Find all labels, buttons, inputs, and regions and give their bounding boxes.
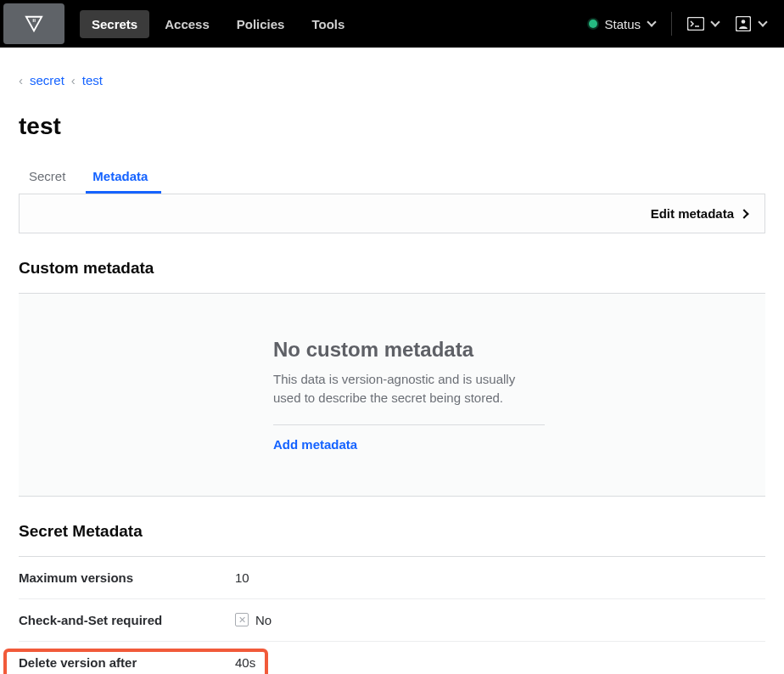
row-value-delete-after: 40s bbox=[235, 655, 255, 670]
edit-metadata-bar: Edit metadata bbox=[19, 194, 765, 233]
status-dot-icon bbox=[589, 20, 597, 28]
row-value-cas-text: No bbox=[255, 613, 272, 627]
chevron-down-icon bbox=[711, 20, 720, 28]
status-dropdown[interactable]: Status bbox=[589, 17, 656, 31]
breadcrumb: ‹ secret ‹ test bbox=[19, 73, 765, 87]
table-row: Check-and-Set required ✕ No bbox=[19, 599, 765, 642]
add-metadata-link[interactable]: Add metadata bbox=[273, 437, 596, 452]
tab-secret[interactable]: Secret bbox=[19, 160, 79, 194]
row-value-cas: ✕ No bbox=[235, 613, 272, 627]
chevron-left-icon: ‹ bbox=[71, 73, 76, 87]
app-logo[interactable] bbox=[3, 3, 64, 44]
nav-secrets[interactable]: Secrets bbox=[80, 10, 149, 38]
table-row: Maximum versions 10 bbox=[19, 557, 765, 599]
tabs: Secret Metadata bbox=[19, 160, 765, 194]
custom-metadata-empty-desc: This data is version-agnostic and is usu… bbox=[273, 370, 545, 407]
chevron-down-icon bbox=[759, 20, 767, 28]
main-content: ‹ secret ‹ test test Secret Metadata Edi… bbox=[0, 48, 784, 674]
terminal-icon bbox=[687, 17, 704, 31]
chevron-down-icon bbox=[647, 20, 656, 28]
svg-rect-4 bbox=[34, 20, 35, 21]
secret-metadata-title: Secret Metadata bbox=[19, 522, 765, 541]
svg-point-8 bbox=[742, 20, 746, 24]
divider bbox=[273, 424, 545, 425]
custom-metadata-box: No custom metadata This data is version-… bbox=[19, 293, 765, 497]
custom-metadata-empty-title: No custom metadata bbox=[273, 338, 596, 362]
row-label-delete-after: Delete version after bbox=[19, 655, 235, 670]
topbar: Secrets Access Policies Tools Status bbox=[0, 0, 784, 48]
status-label: Status bbox=[604, 17, 641, 31]
chevron-right-icon bbox=[741, 210, 749, 218]
user-dropdown[interactable] bbox=[735, 17, 767, 31]
user-icon bbox=[735, 17, 752, 31]
svg-rect-5 bbox=[688, 18, 704, 31]
svg-rect-3 bbox=[33, 20, 34, 21]
x-icon: ✕ bbox=[235, 613, 249, 626]
vault-logo-icon bbox=[25, 14, 43, 33]
page-title: test bbox=[19, 113, 765, 140]
svg-rect-1 bbox=[33, 20, 34, 20]
secret-metadata-table: Maximum versions 10 Check-and-Set requir… bbox=[19, 556, 765, 675]
nav-access[interactable]: Access bbox=[153, 10, 221, 38]
svg-rect-2 bbox=[34, 20, 35, 20]
breadcrumb-test[interactable]: test bbox=[82, 73, 103, 87]
row-value-max-versions: 10 bbox=[235, 570, 249, 585]
table-row: Delete version after 40s bbox=[19, 642, 765, 675]
breadcrumb-secret[interactable]: secret bbox=[30, 73, 64, 87]
divider bbox=[671, 12, 672, 36]
nav-policies[interactable]: Policies bbox=[225, 10, 297, 38]
row-label-max-versions: Maximum versions bbox=[19, 570, 235, 585]
row-label-cas: Check-and-Set required bbox=[19, 613, 235, 627]
edit-metadata-button[interactable]: Edit metadata bbox=[651, 206, 749, 221]
edit-metadata-label: Edit metadata bbox=[651, 206, 734, 221]
tab-metadata[interactable]: Metadata bbox=[86, 160, 161, 194]
svg-marker-0 bbox=[26, 17, 42, 31]
console-dropdown[interactable] bbox=[687, 17, 720, 31]
custom-metadata-title: Custom metadata bbox=[19, 259, 765, 278]
nav-links: Secrets Access Policies Tools bbox=[80, 10, 356, 38]
chevron-left-icon: ‹ bbox=[19, 73, 23, 87]
topbar-right: Status bbox=[589, 12, 767, 36]
custom-metadata-empty: No custom metadata This data is version-… bbox=[273, 338, 596, 452]
nav-tools[interactable]: Tools bbox=[300, 10, 356, 38]
